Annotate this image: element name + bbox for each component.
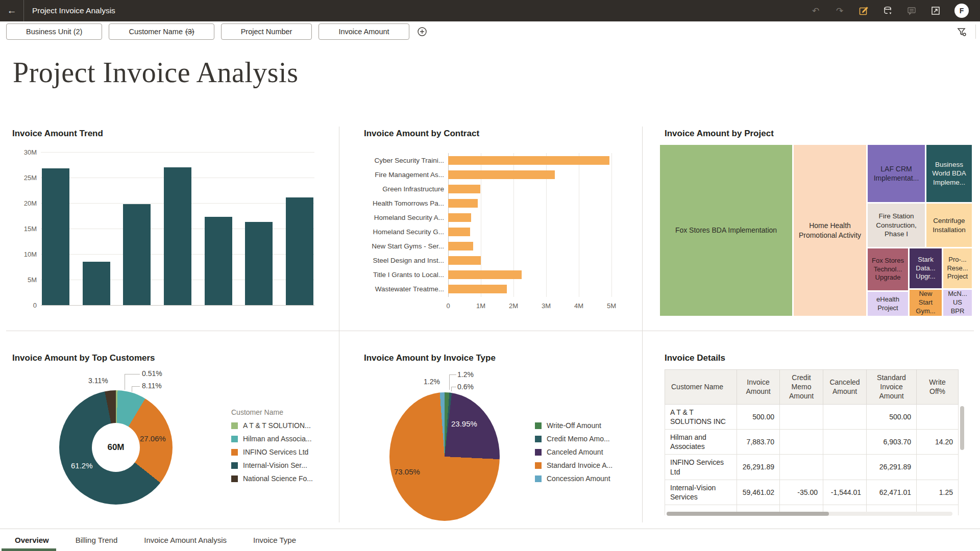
- vertical-scrollbar[interactable]: [960, 406, 964, 450]
- invoice-details-panel: Invoice Details Customer NameInvoice Amo…: [659, 337, 974, 522]
- bar[interactable]: [448, 285, 507, 293]
- pie-chart[interactable]: [389, 392, 500, 521]
- filter-chip[interactable]: Customer Name(3): [109, 23, 214, 40]
- table-row[interactable]: A T & T SOLUTIONS INC500.00500.00: [665, 404, 959, 429]
- back-button[interactable]: ←: [0, 0, 24, 21]
- slice-label: 73.05%: [394, 467, 420, 476]
- amount-cell: 1.25: [917, 480, 959, 505]
- slice-label: 1.2%: [457, 370, 474, 379]
- treemap-tile[interactable]: Fox Stores BDA Implementation: [659, 144, 793, 316]
- bar[interactable]: [448, 185, 480, 193]
- column-header[interactable]: Standard Invoice Amount: [867, 370, 917, 405]
- bar[interactable]: [448, 242, 473, 251]
- legend-item[interactable]: Credit Memo Amo...: [535, 435, 612, 443]
- legend-item[interactable]: Canceled Amount: [535, 448, 612, 456]
- contract-row: Title I Grants to Local...: [357, 267, 618, 282]
- donut-legend: Customer Name A T & T SOLUTION...Hilman …: [231, 408, 313, 483]
- legend-swatch: [231, 436, 238, 442]
- column-header[interactable]: Credit Memo Amount: [780, 370, 823, 405]
- tab-invoice-amount-analysis[interactable]: Invoice Amount Analysis: [144, 529, 227, 551]
- legend-title: Customer Name: [231, 408, 313, 416]
- horizontal-scrollbar-thumb[interactable]: [667, 512, 829, 516]
- legend-item[interactable]: Standard Invoice A...: [535, 461, 612, 469]
- column-header[interactable]: Canceled Amount: [823, 370, 867, 405]
- edit-icon[interactable]: [859, 6, 869, 16]
- treemap-tile[interactable]: eHealth Project: [867, 291, 909, 316]
- bar[interactable]: [83, 262, 110, 305]
- column-header[interactable]: Customer Name: [665, 370, 737, 405]
- legend-item[interactable]: Write-Off Amount: [535, 421, 612, 430]
- legend-swatch: [231, 462, 238, 469]
- treemap-tile[interactable]: Centrifuge Installation: [926, 203, 972, 247]
- undo-icon[interactable]: ↶: [811, 6, 821, 16]
- table-row[interactable]: Hilman and Associates7,883.706,903.7014.…: [665, 429, 959, 454]
- horizontal-scrollbar-track[interactable]: [667, 512, 952, 516]
- contract-row: New Start Gyms - Ser...: [357, 239, 618, 253]
- treemap-tile[interactable]: Pro-... Rese... Project: [943, 248, 972, 289]
- canvas-tab-bar: OverviewBilling TrendInvoice Amount Anal…: [0, 529, 980, 551]
- bar[interactable]: [164, 167, 191, 305]
- bar[interactable]: [205, 217, 232, 305]
- slice-label: 0.51%: [142, 369, 162, 378]
- filter-chip-label: Project Number: [241, 28, 292, 36]
- table-row[interactable]: Internal-Vision Services59,461.02-35.00-…: [665, 480, 959, 505]
- data-refresh-icon[interactable]: [883, 6, 893, 16]
- leader-line: [449, 374, 450, 390]
- add-filter-button[interactable]: [416, 26, 428, 37]
- x-axis-tick: 2M: [509, 302, 518, 310]
- treemap-tile[interactable]: Home Health Promotional Activity: [793, 144, 867, 316]
- bar[interactable]: [448, 270, 522, 279]
- bar[interactable]: [448, 199, 478, 208]
- bar[interactable]: [286, 197, 313, 305]
- bar[interactable]: [448, 256, 481, 265]
- filter-chip[interactable]: Project Number: [221, 23, 312, 40]
- treemap-tile[interactable]: McN... US BPR: [943, 289, 972, 316]
- treemap-tile[interactable]: Fox Stores Technol... Upgrade: [867, 248, 909, 291]
- amount-cell: 59,461.02: [737, 480, 780, 505]
- category-label: Green Infrastructure: [357, 185, 448, 193]
- legend-label: Write-Off Amount: [547, 421, 601, 430]
- legend-item[interactable]: National Science Fo...: [231, 474, 313, 483]
- tab-billing-trend[interactable]: Billing Trend: [76, 529, 118, 551]
- amount-cell: 26,291.89: [867, 455, 917, 480]
- bar[interactable]: [448, 228, 470, 236]
- donut-chart[interactable]: 60M: [59, 390, 173, 505]
- bar[interactable]: [448, 170, 555, 179]
- legend-item[interactable]: Concession Amount: [535, 474, 612, 483]
- legend-label: Credit Memo Amo...: [547, 435, 610, 443]
- legend-item[interactable]: Hilman and Associa...: [231, 435, 313, 443]
- bar[interactable]: [448, 156, 609, 165]
- comment-icon[interactable]: [906, 6, 917, 16]
- legend-swatch: [535, 449, 542, 456]
- bar[interactable]: [245, 222, 273, 305]
- filter-chip[interactable]: Business Unit (2): [6, 23, 102, 40]
- treemap-tile[interactable]: New Start Gym...: [909, 289, 942, 316]
- filter-bar-right: [957, 24, 980, 39]
- table-row[interactable]: INFINO Services Ltd26,291.8926,291.89: [665, 455, 959, 480]
- leader-line: [451, 387, 456, 387]
- bar[interactable]: [448, 213, 471, 222]
- column-header[interactable]: Write Off%: [917, 370, 959, 405]
- avatar[interactable]: F: [954, 4, 969, 18]
- tab-invoice-type[interactable]: Invoice Type: [253, 529, 296, 551]
- amount-cell: 500.00: [867, 404, 917, 429]
- column-header[interactable]: Invoice Amount: [737, 370, 780, 405]
- contract-row: Steel Design and Inst...: [357, 253, 618, 267]
- legend-item[interactable]: INFINO Services Ltd: [231, 448, 313, 456]
- legend-item[interactable]: A T & T SOLUTION...: [231, 421, 313, 430]
- bar[interactable]: [123, 204, 151, 305]
- treemap-tile[interactable]: Business World BDA Impleme...: [926, 144, 972, 203]
- bar[interactable]: [42, 168, 69, 305]
- legend-label: National Science Fo...: [243, 474, 313, 483]
- legend-item[interactable]: Internal-Vision Ser...: [231, 461, 313, 469]
- treemap-tile[interactable]: LAF CRM Implementat...: [867, 144, 925, 203]
- filter-chip[interactable]: Invoice Amount: [318, 23, 409, 40]
- amount-cell: [917, 404, 959, 429]
- treemap-tile[interactable]: Fire Station Construction, Phase I: [867, 203, 925, 247]
- leader-line: [125, 374, 125, 390]
- tab-overview[interactable]: Overview: [15, 529, 49, 551]
- treemap-tile[interactable]: Stark Data... Upgr...: [909, 248, 942, 289]
- funnel-gear-icon[interactable]: [957, 27, 967, 37]
- open-in-window-icon[interactable]: [930, 6, 941, 16]
- redo-icon[interactable]: ↷: [835, 6, 845, 16]
